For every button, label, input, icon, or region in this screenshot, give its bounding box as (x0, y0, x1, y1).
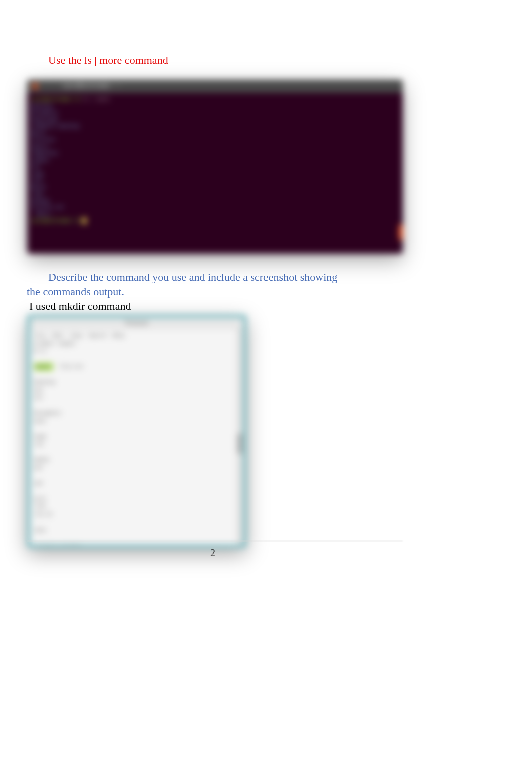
terminal-titlebar: user@hostname: ~ (27, 80, 403, 93)
terminal-screenshot-dark: user@hostname: ~ user@hostname:~$ ls | m… (27, 80, 403, 254)
document-page: Use the ls | more command user@hostname:… (27, 54, 428, 548)
terminal-screenshot-light-frame: Terminal File Edit View Search Help# mkd… (27, 315, 246, 548)
terminal-output: user@hostname:~$ ls | moreDesktopDocumen… (27, 93, 403, 227)
instruction-heading-red: Use the ls | more command (48, 54, 428, 67)
instruction-blue-line2: the commands output. (27, 285, 428, 299)
terminal-light-titlebar: Terminal (30, 318, 243, 329)
terminal-light-scrollbar (236, 329, 243, 545)
page-number: 2 (0, 547, 426, 559)
terminal-screenshot-light: Terminal File Edit View Search Help# mkd… (30, 318, 243, 545)
scrollbar-thumb (237, 434, 242, 454)
instruction-blue-line1: Describe the command you use and include… (48, 271, 337, 283)
terminal-light-output: File Edit View Search Help# mkdir newdir… (30, 329, 243, 545)
window-control-icon (32, 83, 38, 89)
terminal-title: user@hostname: ~ (62, 82, 120, 89)
scrollbar-thumb (399, 225, 403, 240)
footer-divider (27, 541, 403, 541)
answer-text: I used mkdir command (29, 300, 428, 313)
instruction-blue: Describe the command you use and include… (48, 270, 428, 299)
